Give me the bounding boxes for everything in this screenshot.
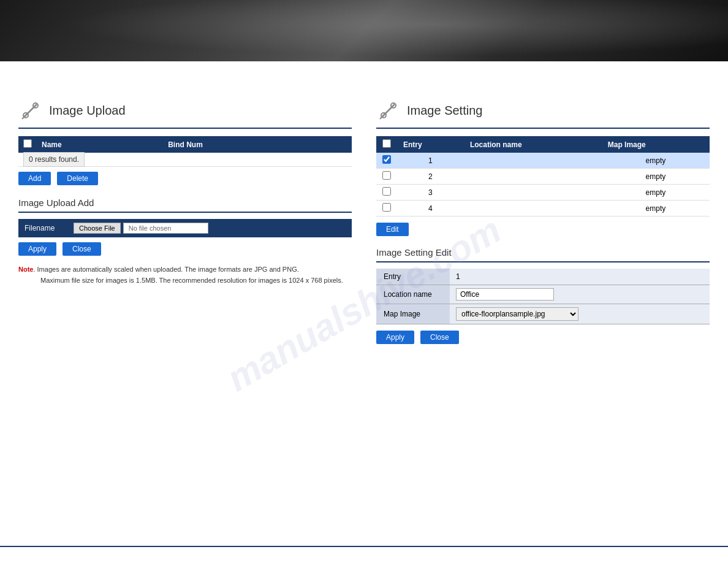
- setting-col-location: Location name: [464, 136, 602, 153]
- svg-line-4: [382, 104, 395, 117]
- image-setting-tool-icon: [376, 98, 401, 123]
- edit-entry-value: 1: [450, 269, 710, 285]
- setting-action-buttons: Edit: [376, 223, 710, 236]
- setting-row-location-3: [464, 185, 602, 201]
- file-input-row: Filename Choose File No file chosen: [18, 219, 352, 237]
- setting-row-mapimage-2: empty: [602, 169, 710, 185]
- footer-divider: [0, 546, 728, 547]
- note-label: Note: [18, 266, 33, 273]
- edit-mapimage-cell: office-floorplansample.jpg: [450, 304, 710, 324]
- setting-edit-button[interactable]: Edit: [376, 223, 409, 236]
- setting-row-mapimage-3: empty: [602, 185, 710, 201]
- setting-close-button[interactable]: Close: [420, 331, 459, 344]
- image-setting-title: Image Setting: [407, 104, 482, 118]
- add-button[interactable]: Add: [18, 172, 51, 185]
- image-upload-tool-icon: [18, 98, 43, 123]
- filename-label: Filename: [25, 224, 67, 232]
- image-setting-divider: [376, 128, 710, 129]
- edit-entry-row: Entry 1: [376, 269, 710, 285]
- map-image-select[interactable]: office-floorplansample.jpg: [456, 307, 578, 321]
- setting-row-entry-3: 3: [397, 185, 464, 201]
- file-name-display: No file chosen: [123, 223, 209, 234]
- edit-entry-label: Entry: [376, 269, 450, 285]
- upload-close-button[interactable]: Close: [63, 242, 101, 256]
- upload-add-divider: [18, 212, 352, 213]
- setting-apply-button[interactable]: Apply: [376, 331, 414, 344]
- right-panel: Image Setting Entry Location name Map Im…: [376, 74, 710, 527]
- upload-empty-message: 0 results found.: [23, 152, 85, 167]
- note-text-2: Maximum file size for images is 1.5MB. T…: [40, 277, 343, 284]
- upload-apply-button[interactable]: Apply: [18, 242, 56, 256]
- setting-row-mapimage-1: empty: [602, 153, 710, 169]
- setting-row-checkbox-2[interactable]: [382, 171, 391, 180]
- file-input-wrapper: Choose File No file chosen: [74, 223, 208, 234]
- delete-button[interactable]: Delete: [57, 172, 98, 185]
- setting-edit-divider: [376, 261, 710, 262]
- setting-table-row: 4empty: [376, 201, 710, 216]
- setting-row-checkbox-4[interactable]: [382, 203, 391, 212]
- image-upload-divider: [18, 128, 352, 129]
- image-upload-table: Name Bind Num 0 results found.: [18, 136, 352, 167]
- image-upload-title: Image Upload: [49, 104, 126, 118]
- setting-row-checkbox-3[interactable]: [382, 187, 391, 196]
- main-container: Image Upload Name Bind Num 0 results fou…: [0, 61, 728, 540]
- setting-row-location-2: [464, 169, 602, 185]
- edit-location-row: Location name: [376, 285, 710, 304]
- edit-mapimage-label: Map Image: [376, 304, 450, 324]
- setting-row-entry-4: 4: [397, 201, 464, 216]
- upload-action-buttons: Add Delete: [18, 172, 352, 185]
- setting-table-row: 3empty: [376, 185, 710, 201]
- setting-edit-title: Image Setting Edit: [376, 247, 710, 258]
- setting-table-row: 1empty: [376, 153, 710, 169]
- image-setting-table: Entry Location name Map Image 1empty2emp…: [376, 136, 710, 216]
- upload-col-bindnum: Bind Num: [163, 136, 352, 153]
- image-upload-header: Image Upload: [18, 98, 352, 123]
- setting-table-row: 2empty: [376, 169, 710, 185]
- edit-location-cell: [450, 285, 710, 304]
- upload-form-buttons: Apply Close: [18, 242, 352, 256]
- header: [0, 0, 728, 61]
- edit-form-table: Entry 1 Location name Map Image off: [376, 269, 710, 324]
- location-name-input[interactable]: [456, 288, 554, 301]
- setting-row-mapimage-4: empty: [602, 201, 710, 216]
- setting-col-entry: Entry: [397, 136, 464, 153]
- setting-row-entry-2: 2: [397, 169, 464, 185]
- note-text-1: . Images are automatically scaled when u…: [33, 266, 298, 273]
- setting-form-buttons: Apply Close: [376, 331, 710, 344]
- setting-row-location-1: [464, 153, 602, 169]
- setting-row-entry-1: 1: [397, 153, 464, 169]
- upload-add-title: Image Upload Add: [18, 197, 352, 208]
- image-setting-header: Image Setting: [376, 98, 710, 123]
- setting-col-mapimage: Map Image: [602, 136, 710, 153]
- edit-location-label: Location name: [376, 285, 450, 304]
- edit-mapimage-row: Map Image office-floorplansample.jpg: [376, 304, 710, 324]
- left-panel: Image Upload Name Bind Num 0 results fou…: [18, 74, 352, 527]
- upload-select-all-checkbox[interactable]: [23, 139, 32, 148]
- setting-row-location-4: [464, 201, 602, 216]
- upload-note: Note. Images are automatically scaled wh…: [18, 264, 352, 286]
- setting-select-all-checkbox[interactable]: [382, 139, 391, 148]
- choose-file-button[interactable]: Choose File: [74, 223, 121, 234]
- setting-row-checkbox-1[interactable]: [382, 155, 391, 164]
- upload-col-name: Name: [37, 136, 163, 153]
- svg-line-0: [25, 104, 37, 117]
